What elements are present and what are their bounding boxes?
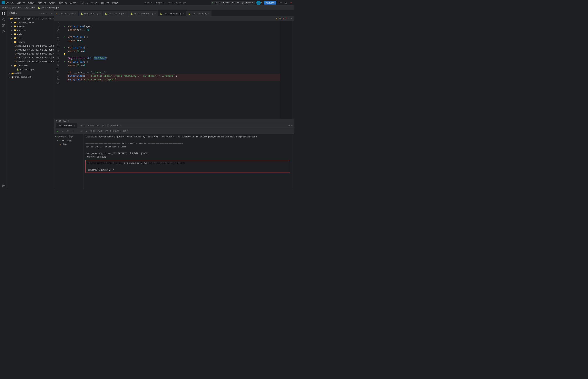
editor-tab[interactable]: 🐍test_rename.py✕ [158,11,186,16]
collapse-icon[interactable]: ∨ [291,17,293,20]
menu-item[interactable]: 文件(F) [6,1,15,4]
run-tree-button[interactable]: ≡ [79,129,83,133]
breadcrumb-part-3[interactable]: test_rename.py [41,6,59,9]
sidebar-tree-item[interactable]: ▶📁 common [7,24,54,28]
panel-tab-bar: test_rename✕test_rename.test_003 的 pytes… [54,123,294,128]
run-rerun-button[interactable]: ↺ [71,129,75,133]
tab-close-icon[interactable]: ✕ [75,13,77,15]
sidebar-tree-item[interactable]: {} 37f3c6b7-4a47-4579-9149-33b06b1cc7fa-… [7,48,54,52]
tab-close-icon[interactable]: ✕ [155,13,156,15]
menu-item[interactable]: 导航(N) [38,1,46,4]
editor-tab[interactable]: 🐍test_lock.py✕ [103,11,128,16]
activity-git[interactable] [0,23,6,28]
tab-close-icon[interactable]: ✕ [208,13,210,15]
gutter-cell[interactable]: ▶ [63,24,67,28]
sidebar-content: ▼📂 benefit_projectD:\program\testDemo\be… [7,16,54,190]
sidebar-tree-item[interactable]: {} 0830e9b2-93c0-4342-b099-ed3fd9c83c4f-… [7,52,54,56]
code-line: assert '2'==2 [67,63,280,67]
minimize-button[interactable]: ─ [279,1,282,4]
menu-item[interactable]: 帮助(H) [111,1,120,4]
panel-controls[interactable]: ⚙ ─ [289,124,293,127]
close-button[interactable]: ✕ [290,1,293,4]
sidebar-tree-item[interactable]: ▶📁 libs [7,36,54,40]
run-line-icon[interactable]: ▶ [64,25,65,27]
panel-minimize-icon[interactable]: ─ [291,124,293,127]
run-check-button[interactable]: ✓ [61,129,64,133]
menu-item[interactable]: 代码(C) [49,1,57,4]
panel-tab[interactable]: test_rename.test_003 的 pytest✕ [78,123,123,128]
activity-run[interactable] [0,29,6,34]
sidebar-tree-item[interactable]: ▼📂 benefit_projectD:\program\testDemo\be… [7,16,54,20]
menu-item[interactable]: 工具(L) [80,1,88,4]
sidebar-collapse-icon[interactable]: ≡ [43,12,45,15]
run-line-icon[interactable]: ▶ [64,36,65,38]
activity-project[interactable] [0,11,6,16]
maximize-button[interactable]: □ [285,1,287,4]
menu-item[interactable]: VCS(S) [91,1,99,4]
line-number: 18 [54,56,61,60]
sidebar-tree-item[interactable]: {} 2ae130bd-a77e-449d-a990-5302455f2777-… [7,44,54,48]
gutter-cell[interactable]: ▶ [63,46,67,49]
panel-scrollbar[interactable] [292,134,294,190]
gutter-cell[interactable]: ▶ [63,60,67,63]
menu-item[interactable]: 重构(R) [59,1,67,4]
run-tree-item-test[interactable]: ▼ ✓ test 1毫秒 [54,139,83,142]
panel-tab-close-icon[interactable]: ✕ [120,125,121,127]
right-scrollbar[interactable] [292,21,294,119]
sidebar-layout-icon[interactable]: ⊞ [41,12,42,15]
editor-tab[interactable]: 🐍readlock.py✕ [78,11,103,16]
sidebar-close-icon[interactable]: ✕ [51,12,52,15]
expand-icon[interactable]: ∧ [288,17,290,20]
terminal-line: =========================== test session… [85,142,290,145]
menu-item[interactable]: 窗口(W) [101,1,109,4]
sidebar-tree-item[interactable]: {} 8059e4a5-548c-49f6-9b58-1bb23fe88959-… [7,60,54,63]
menu-item[interactable]: 运行(U) [70,1,78,4]
breadcrumb-part-2[interactable]: testCase [24,6,35,9]
run-line-icon[interactable]: ▶ [64,60,65,63]
menu-item[interactable]: 视图(V) [28,1,36,4]
panel-settings-icon[interactable]: ⚙ [289,124,290,127]
editor-tab[interactable]: ⚙lock_01.yaml✕ [54,11,78,16]
sidebar-tree-item[interactable]: {} 5394fa06-b782-406e-bf7a-52394b17818f-… [7,56,54,60]
sidebar-tree-item[interactable]: ▶📁 configs [7,28,54,32]
tab-close-icon[interactable]: ✕ [125,13,126,15]
sidebar-tree-item[interactable]: ▶📁 testCase [7,63,54,67]
activity-search[interactable] [0,17,6,22]
sidebar-tree-item[interactable]: 🐍 apistart.py [7,67,54,71]
sidebar-tree-item[interactable]: ▶📁 data [7,32,54,36]
file-icon-breadcrumb: 🐍 [38,7,40,9]
sidebar-actions[interactable]: ⊞ ≡ ⇅ ─ ✕ [41,12,52,15]
run-sort-button[interactable]: ⇅ [84,129,88,133]
sidebar-tree-item[interactable]: ▼📂 report [7,40,54,44]
sidebar-tree-item[interactable]: ▶📋 草稿文件和控制台 [7,75,54,79]
panel-tab[interactable]: test_rename✕ [56,123,77,128]
run-stop-button[interactable]: ⊘ [66,129,69,133]
editor-tab[interactable]: 🐍test_mock.py✕ [186,11,212,16]
gutter-cell [63,81,67,84]
sidebar-tree-item[interactable]: ▶📁 .pytest_cache [7,20,54,24]
chevron-icon: ▶ [9,72,11,74]
sidebar-sort-icon[interactable]: ⇅ [46,12,47,15]
gutter-cell[interactable]: ▶ [63,35,67,38]
title-bar-menus[interactable]: 文件(F)编辑(E)视图(V)导航(N)代码(C)重构(R)运行(U)工具(L)… [6,1,120,4]
svg-point-3 [2,19,4,20]
activity-settings[interactable] [0,183,6,189]
sidebar-minimize-icon[interactable]: ─ [48,12,50,15]
run-tree-item-root[interactable]: ▼ ✓ 测试结果 1毫秒 [54,135,83,139]
window-controls[interactable]: ─ □ ✕ [279,1,293,4]
user-icon[interactable]: U ▼ [256,0,262,5]
menu-item[interactable]: 编辑(E) [17,1,25,4]
run-config[interactable]: ▶ test_rename.test_003 的 pytest [211,1,255,4]
tab-close-icon[interactable]: ✕ [183,13,184,15]
breadcrumb-part-1[interactable]: benefit_project [2,6,21,9]
share-button[interactable]: 拓境上传 [264,1,276,4]
tab-close-icon[interactable]: ✕ [99,13,101,15]
run-tree-item-skip[interactable]: ⊘ 1毫秒 [54,142,83,146]
code-area[interactable]: def test_age(age): assert age == 26 def … [67,21,280,119]
run-play-button[interactable]: ▶ [56,129,59,133]
panel-tab-close-icon[interactable]: ✕ [74,125,75,127]
tab-file-icon: 🐍 [188,13,190,15]
run-line-icon[interactable]: ▶ [64,46,65,48]
editor-tab[interactable]: 🐍test_autouse.py✕ [128,11,158,16]
sidebar-tree-item[interactable]: ▶📁 外部库 [7,71,54,75]
